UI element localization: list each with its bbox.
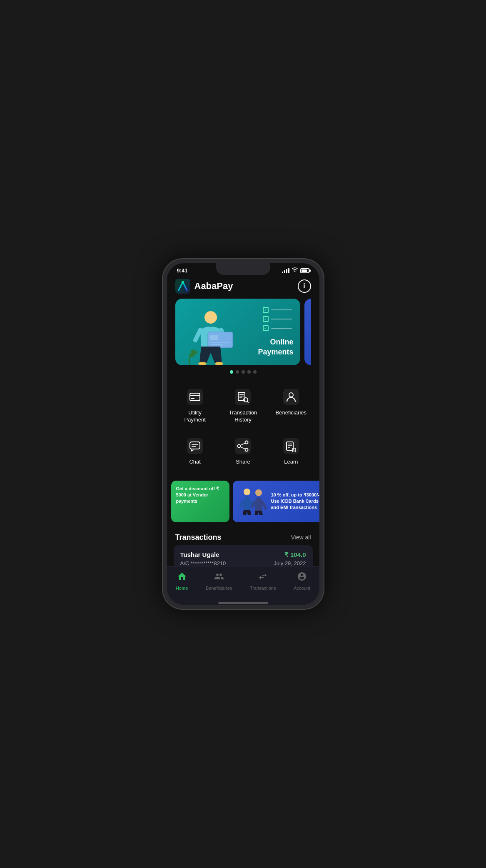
svg-point-9 xyxy=(215,362,223,365)
nav-label-home: Home xyxy=(176,586,188,591)
promo-blue-illustration xyxy=(238,487,267,516)
banner-scroll[interactable]: ✓ ✓ ✓ xyxy=(175,299,311,365)
menu-item-transaction-history[interactable]: TransactionHistory xyxy=(219,381,267,430)
learn-icon xyxy=(282,437,300,455)
dot-3 xyxy=(242,370,245,374)
svg-point-40 xyxy=(244,489,250,495)
logo-area: AabaPay xyxy=(175,279,233,294)
info-button[interactable]: i xyxy=(298,279,311,293)
svg-rect-25 xyxy=(187,438,203,454)
share-label: Share xyxy=(236,459,250,466)
svg-point-1 xyxy=(182,281,184,283)
transactions-section-header: Transactions View all xyxy=(167,526,319,545)
dot-1 xyxy=(230,370,233,374)
app-title: AabaPay xyxy=(194,281,233,292)
status-icons xyxy=(282,267,309,274)
promo-blue-text: 10 % off, up to ₹3000/- Use ICDB Bank Ca… xyxy=(271,492,319,511)
svg-point-2 xyxy=(204,311,217,324)
banner-checklist: ✓ ✓ ✓ xyxy=(263,307,292,331)
notch xyxy=(216,263,270,275)
learn-label: Learn xyxy=(284,459,298,466)
banner-illustration xyxy=(184,307,238,365)
phone-frame: 9:41 xyxy=(162,258,324,610)
transaction-card-0[interactable]: Tushar Ugale ₹ 104.0 A/C ***********8210… xyxy=(174,545,313,566)
txn-name: Tushar Ugale xyxy=(180,551,219,558)
home-nav-icon xyxy=(177,571,187,584)
wifi-icon xyxy=(292,267,298,274)
home-bar xyxy=(218,602,268,604)
txn-date: July 29, 2022 xyxy=(274,560,306,566)
nav-item-home[interactable]: Home xyxy=(169,570,194,592)
svg-rect-12 xyxy=(187,389,203,405)
dot-4 xyxy=(247,370,251,374)
phone-screen: 9:41 xyxy=(167,263,319,605)
promo-green-text: Get a discount off ₹ 5000 at Vendor paym… xyxy=(176,486,219,504)
menu-item-learn[interactable]: Learn xyxy=(267,430,315,472)
grid-menu: UtilityPayment xyxy=(167,377,319,476)
transactions-nav-icon xyxy=(258,571,268,584)
nav-item-beneficiaries[interactable]: Beneficiaries xyxy=(199,570,239,592)
beneficiaries-icon xyxy=(282,388,300,406)
bottom-nav: Home Beneficiaries Transactions xyxy=(167,566,319,601)
nav-label-beneficiaries: Beneficiaries xyxy=(206,586,232,591)
view-all-button[interactable]: View all xyxy=(291,534,311,541)
beneficiaries-label: Beneficiaries xyxy=(276,409,307,417)
svg-rect-5 xyxy=(210,335,218,340)
txn-account: A/C ***********8210 xyxy=(180,560,226,566)
banner-card-main[interactable]: ✓ ✓ ✓ xyxy=(175,299,300,365)
app-logo xyxy=(175,279,190,294)
beneficiaries-nav-icon xyxy=(214,571,224,584)
battery-icon xyxy=(300,268,309,273)
utility-payment-label: UtilityPayment xyxy=(184,409,206,424)
chat-label: Chat xyxy=(189,459,200,466)
svg-rect-35 xyxy=(283,438,299,454)
banner-card-blue[interactable] xyxy=(304,299,311,365)
transactions-title: Transactions xyxy=(175,533,222,542)
home-indicator xyxy=(167,601,319,605)
banner-container: ✓ ✓ ✓ xyxy=(167,299,319,365)
share-icon xyxy=(234,437,252,455)
nav-label-account: Account xyxy=(294,586,310,591)
carousel-dots xyxy=(167,370,319,374)
app-header: AabaPay i xyxy=(167,275,319,299)
transaction-history-label: TransactionHistory xyxy=(229,409,257,424)
chat-icon xyxy=(186,437,204,455)
utility-payment-icon xyxy=(186,388,204,406)
banner-title: Online Payments xyxy=(258,337,293,357)
svg-point-41 xyxy=(255,489,262,496)
menu-item-beneficiaries[interactable]: Beneficiaries xyxy=(267,381,315,430)
menu-item-utility-payment[interactable]: UtilityPayment xyxy=(171,381,219,430)
main-content: AabaPay i xyxy=(167,275,319,566)
menu-item-share[interactable]: Share xyxy=(219,430,267,472)
menu-item-chat[interactable]: Chat xyxy=(171,430,219,472)
promo-card-green[interactable]: Get a discount off ₹ 5000 at Vendor paym… xyxy=(171,481,229,522)
nav-item-account[interactable]: Account xyxy=(287,570,317,592)
svg-rect-15 xyxy=(191,398,194,399)
dot-2 xyxy=(236,370,239,374)
account-nav-icon xyxy=(297,571,307,584)
transaction-history-icon xyxy=(234,388,252,406)
svg-point-8 xyxy=(198,362,207,365)
dot-5 xyxy=(253,370,257,374)
promo-container: Get a discount off ₹ 5000 at Vendor paym… xyxy=(167,476,319,526)
txn-amount: ₹ 104.0 xyxy=(284,551,306,559)
signal-icon xyxy=(282,268,289,273)
time-display: 9:41 xyxy=(177,267,188,274)
nav-label-transactions: Transactions xyxy=(250,586,276,591)
nav-item-transactions[interactable]: Transactions xyxy=(243,570,283,592)
promo-card-blue[interactable]: 10 % off, up to ₹3000/- Use ICDB Bank Ca… xyxy=(233,481,319,522)
